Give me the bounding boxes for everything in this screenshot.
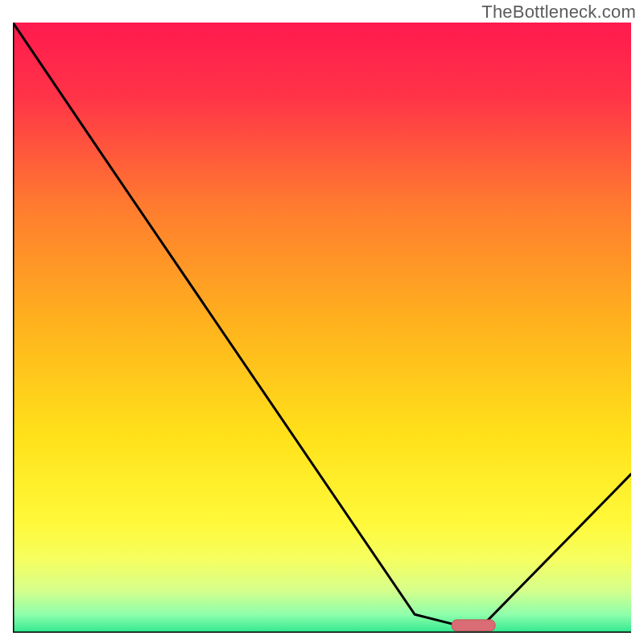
plot-background: [13, 23, 631, 633]
optimal-marker: [452, 620, 495, 631]
bottleneck-chart: [13, 23, 631, 633]
watermark-text: TheBottleneck.com: [481, 2, 636, 23]
chart-container: TheBottleneck.com: [0, 0, 644, 644]
